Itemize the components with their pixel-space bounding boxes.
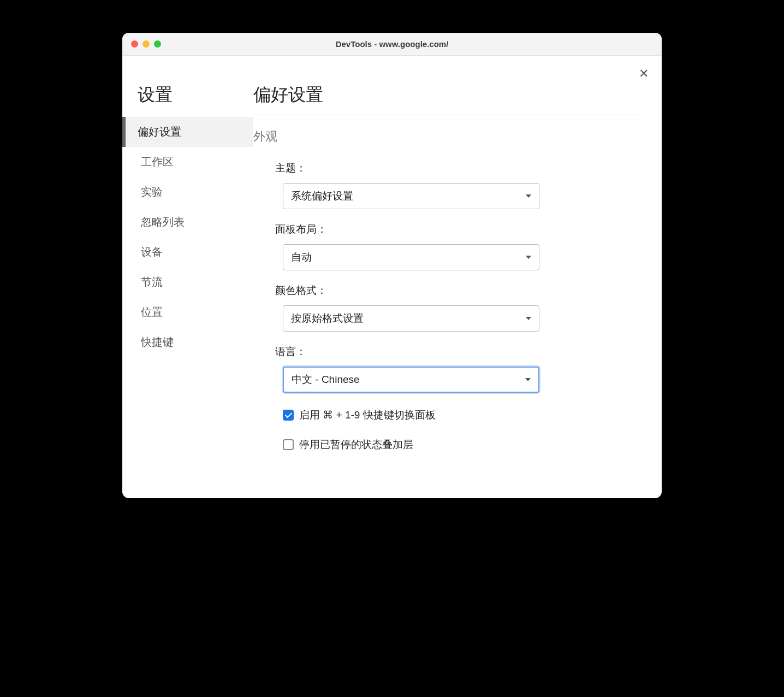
panel-layout-select[interactable]: 自动 [283,244,539,270]
color-format-value: 按原始格式设置 [291,311,364,326]
section-appearance-title: 外观 [253,128,640,145]
language-label: 语言： [275,345,640,359]
language-value: 中文 - Chinese [292,373,360,387]
settings-content: ✕ 设置 偏好设置 工作区 实验 忽略列表 设备 节流 位置 快捷键 偏好设置 … [122,56,662,498]
chevron-down-icon [526,256,531,259]
traffic-lights [122,40,161,48]
color-format-field: 颜色格式： 按原始格式设置 [253,283,640,332]
chevron-down-icon [526,317,531,320]
enable-shortcut-label: 启用 ⌘ + 1-9 快捷键切换面板 [299,408,436,422]
page-title: 偏好设置 [253,83,640,115]
panel-layout-field: 面板布局： 自动 [253,222,640,270]
chevron-down-icon [525,378,531,381]
sidebar-item-throttling[interactable]: 节流 [122,267,253,297]
chevron-down-icon [526,194,531,198]
theme-select[interactable]: 系统偏好设置 [283,183,539,209]
window-title: DevTools - www.google.com/ [122,39,662,49]
theme-field: 主题： 系统偏好设置 [253,161,640,209]
settings-main-panel: 偏好设置 外观 主题： 系统偏好设置 面板布局： 自动 颜色格式： 按 [253,56,662,498]
sidebar-item-shortcuts[interactable]: 快捷键 [122,327,253,357]
color-format-label: 颜色格式： [275,283,640,298]
language-field: 语言： 中文 - Chinese [253,345,640,393]
theme-label: 主题： [275,161,640,175]
window-close-button[interactable] [131,40,138,48]
sidebar-item-workspace[interactable]: 工作区 [122,147,253,177]
sidebar-title: 设置 [122,83,253,117]
window-minimize-button[interactable] [142,40,150,48]
disable-overlay-row[interactable]: 停用已暂停的状态叠加层 [253,438,640,452]
sidebar-item-preferences[interactable]: 偏好设置 [122,117,253,147]
enable-shortcut-row[interactable]: 启用 ⌘ + 1-9 快捷键切换面板 [253,408,640,422]
language-select[interactable]: 中文 - Chinese [283,367,539,393]
titlebar: DevTools - www.google.com/ [122,33,662,56]
sidebar-item-locations[interactable]: 位置 [122,297,253,327]
devtools-settings-window: DevTools - www.google.com/ ✕ 设置 偏好设置 工作区… [122,33,662,498]
panel-layout-value: 自动 [291,250,312,264]
panel-layout-label: 面板布局： [275,222,640,237]
color-format-select[interactable]: 按原始格式设置 [283,305,539,332]
theme-value: 系统偏好设置 [291,189,353,203]
sidebar-item-devices[interactable]: 设备 [122,237,253,267]
sidebar-item-experiments[interactable]: 实验 [122,177,253,207]
window-maximize-button[interactable] [154,40,161,48]
disable-overlay-label: 停用已暂停的状态叠加层 [299,438,413,452]
settings-sidebar: 设置 偏好设置 工作区 实验 忽略列表 设备 节流 位置 快捷键 [122,56,253,498]
sidebar-item-ignorelist[interactable]: 忽略列表 [122,207,253,237]
enable-shortcut-checkbox[interactable] [283,410,294,421]
disable-overlay-checkbox[interactable] [283,439,294,450]
close-icon[interactable]: ✕ [639,68,649,80]
